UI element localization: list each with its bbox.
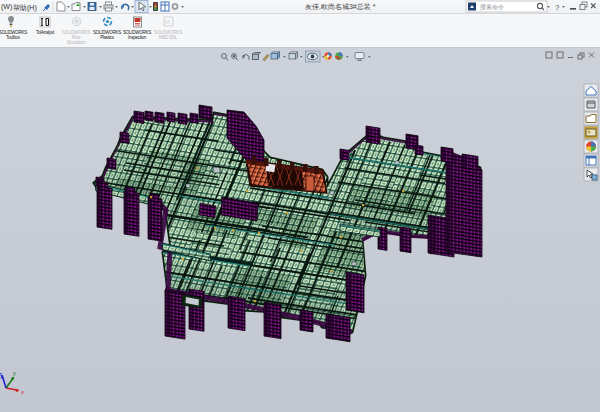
svg-text:z: z: [0, 371, 2, 377]
svg-text:搜索命令: 搜索命令: [480, 3, 504, 11]
svg-text:?: ?: [555, 3, 560, 12]
svg-text:M: M: [165, 19, 170, 25]
svg-text:x: x: [21, 389, 24, 395]
svg-text:y: y: [13, 370, 16, 376]
svg-text:友佳.欧尚名城3#总装 *: 友佳.欧尚名城3#总装 *: [305, 3, 376, 11]
